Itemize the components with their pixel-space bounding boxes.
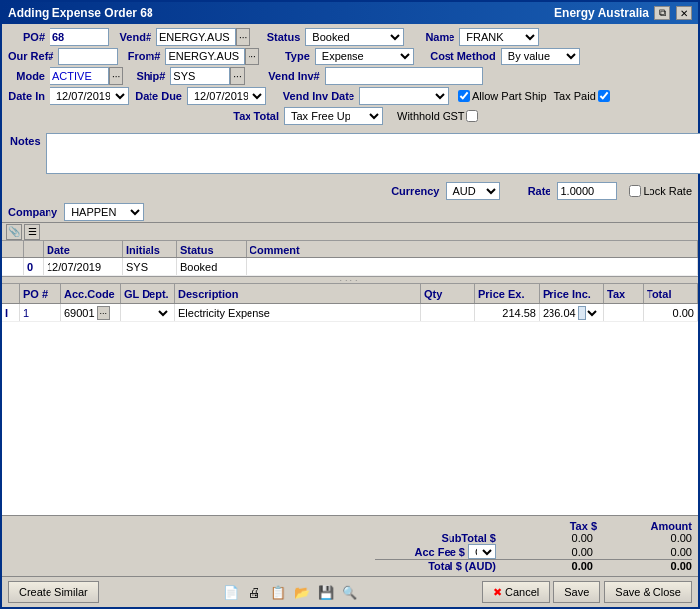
gl-dept-select[interactable] bbox=[124, 305, 171, 321]
bottom-grid-body: I 1 69001 ··· Electricity Expense 214.58… bbox=[2, 304, 698, 515]
mode-label: Mode bbox=[8, 70, 48, 82]
vend-label: Vend# bbox=[111, 31, 154, 43]
title-bar: Adding Expense Order 68 Energy Australia… bbox=[2, 2, 698, 24]
form-row-5: Tax Total Tax Free UpTax InclusiveTax Ex… bbox=[8, 107, 692, 125]
cost-method-select[interactable]: By valueBy quantity bbox=[501, 48, 580, 65]
top-grid-area: 📎 ☰ Date Initials Status Comment 0 12/07… bbox=[2, 222, 698, 276]
vend-dots-button[interactable]: ··· bbox=[236, 28, 250, 46]
bcell-indicator: I bbox=[2, 304, 20, 321]
po-input[interactable]: 68 bbox=[50, 28, 109, 46]
summary-footer-area: Tax $ Amount SubTotal $ 0.00 0.00 Acc Fe… bbox=[2, 515, 698, 607]
acc-fee-code-select[interactable]: GN bbox=[468, 544, 496, 559]
amount-col-header: Amount bbox=[597, 520, 692, 532]
cell-initials: SYS bbox=[123, 258, 177, 275]
form-row-4: Date In 12/07/2019 Date Due 12/07/2019 V… bbox=[8, 87, 692, 105]
currency-select[interactable]: AUDUSDEUR bbox=[446, 182, 500, 200]
name-label: Name bbox=[418, 31, 457, 43]
save-icon[interactable]: 💾 bbox=[315, 581, 337, 603]
ship-dots-button[interactable]: ··· bbox=[230, 67, 244, 85]
save-button[interactable]: Save bbox=[553, 581, 600, 603]
window-title: Adding Expense Order 68 bbox=[8, 6, 153, 20]
close-button[interactable]: ✕ bbox=[676, 6, 692, 20]
cell-comment bbox=[247, 258, 698, 275]
vend-inv-date-label: Vend Inv Date bbox=[280, 90, 357, 102]
summary-right: Tax $ Amount SubTotal $ 0.00 0.00 Acc Fe… bbox=[375, 520, 692, 572]
lock-rate-checkbox[interactable] bbox=[629, 185, 641, 197]
bcell-gl bbox=[121, 304, 175, 321]
po-label: PO# bbox=[8, 31, 48, 43]
our-ref-label: Our Ref# bbox=[8, 51, 56, 62]
rate-input[interactable] bbox=[557, 182, 617, 200]
our-ref-input[interactable] bbox=[58, 48, 118, 65]
top-grid-row-0[interactable]: 0 12/07/2019 SYS Booked bbox=[2, 258, 698, 276]
bottom-grid-row-1[interactable]: I 1 69001 ··· Electricity Expense 214.58… bbox=[2, 304, 698, 322]
page-icon[interactable]: 📄 bbox=[220, 581, 242, 603]
total-tax-value: 0.00 bbox=[502, 560, 597, 573]
col-date: Date bbox=[44, 241, 123, 257]
bcol-po: PO # bbox=[20, 284, 61, 303]
restore-button[interactable]: ⧉ bbox=[654, 6, 670, 20]
vend-inv-label: Vend Inv# bbox=[258, 70, 323, 82]
withhold-gst-checkbox[interactable] bbox=[466, 110, 478, 122]
vend-input[interactable] bbox=[156, 28, 236, 46]
date-in-label: Date In bbox=[8, 90, 48, 102]
bcol-total: Total bbox=[644, 284, 698, 303]
bcell-price-inc: 236.04 ▼ bbox=[540, 304, 604, 321]
attach-icon[interactable]: 📎 bbox=[6, 224, 22, 240]
notes-area: Notes bbox=[2, 131, 698, 180]
cancel-button[interactable]: ✖ Cancel bbox=[482, 581, 550, 603]
main-window: Adding Expense Order 68 Energy Australia… bbox=[0, 0, 700, 609]
bcell-total: 0.00 bbox=[644, 304, 698, 321]
from-dots-button[interactable]: ··· bbox=[245, 48, 258, 65]
bcol-price-ex: Price Ex. bbox=[475, 284, 540, 303]
create-similar-button[interactable]: Create Similar bbox=[8, 581, 99, 603]
acc-fee-amount-value: 0.00 bbox=[597, 544, 692, 560]
lock-rate-label: Lock Rate bbox=[629, 185, 692, 197]
save-close-button[interactable]: Save & Close bbox=[604, 581, 692, 603]
total-row: Total $ (AUD) 0.00 0.00 bbox=[375, 560, 692, 573]
type-select[interactable]: ExpenseOrder bbox=[315, 48, 414, 65]
acc-dots-button[interactable]: ··· bbox=[97, 306, 111, 320]
tax-total-select[interactable]: Tax Free UpTax InclusiveTax Exclusive bbox=[284, 107, 383, 125]
folder-icon[interactable]: 📂 bbox=[291, 581, 313, 603]
vend-field: ··· bbox=[156, 28, 250, 46]
vend-inv-date-select[interactable] bbox=[359, 87, 449, 105]
from-label: From# bbox=[120, 51, 163, 62]
notes-textarea[interactable] bbox=[46, 133, 700, 174]
clipboard-icon[interactable]: 📋 bbox=[267, 581, 289, 603]
company-select[interactable]: HAPPEN bbox=[64, 203, 144, 221]
bcol-desc: Description bbox=[175, 284, 421, 303]
vend-inv-input[interactable] bbox=[325, 67, 483, 85]
tax-total-label: Tax Total bbox=[228, 110, 282, 122]
bcol-tax: Tax bbox=[604, 284, 644, 303]
footer-left: Create Similar bbox=[8, 581, 99, 603]
col-flag bbox=[24, 241, 44, 257]
price-inc-select[interactable]: ▼ bbox=[586, 305, 600, 321]
footer-bar: Create Similar 📄 🖨 📋 📂 💾 🔍 ✖ Cancel Save… bbox=[2, 576, 698, 607]
bcell-rownum: 1 bbox=[20, 304, 61, 321]
from-input[interactable] bbox=[165, 48, 245, 65]
mode-dots-button[interactable]: ··· bbox=[109, 67, 123, 85]
cancel-x-icon: ✖ bbox=[493, 586, 502, 599]
status-label: Status bbox=[263, 31, 303, 43]
cell-attach bbox=[2, 258, 24, 275]
summary-left bbox=[8, 520, 369, 572]
split-handle[interactable]: ···· bbox=[2, 276, 698, 284]
top-grid-body: 0 12/07/2019 SYS Booked bbox=[2, 258, 698, 276]
ship-input[interactable] bbox=[170, 67, 230, 85]
allow-part-ship-checkbox[interactable] bbox=[458, 90, 470, 102]
date-due-select[interactable]: 12/07/2019 bbox=[187, 87, 266, 105]
mode-input[interactable] bbox=[50, 67, 109, 85]
date-in-select[interactable]: 12/07/2019 bbox=[50, 87, 129, 105]
tax-col-header: Tax $ bbox=[502, 520, 597, 532]
name-select[interactable]: FRANK bbox=[459, 28, 539, 46]
total-label: Total $ (AUD) bbox=[375, 560, 502, 573]
grid-top-toolbar: 📎 ☰ bbox=[2, 223, 698, 241]
print-icon[interactable]: 🖨 bbox=[244, 581, 265, 603]
status-select[interactable]: BookedPendingActive bbox=[305, 28, 404, 46]
allow-part-ship-label: Allow Part Ship bbox=[458, 90, 547, 102]
list-icon[interactable]: ☰ bbox=[24, 224, 40, 240]
tax-paid-checkbox[interactable] bbox=[598, 90, 610, 102]
search-icon[interactable]: 🔍 bbox=[339, 581, 360, 603]
cost-method-label: Cost Method bbox=[428, 51, 499, 62]
